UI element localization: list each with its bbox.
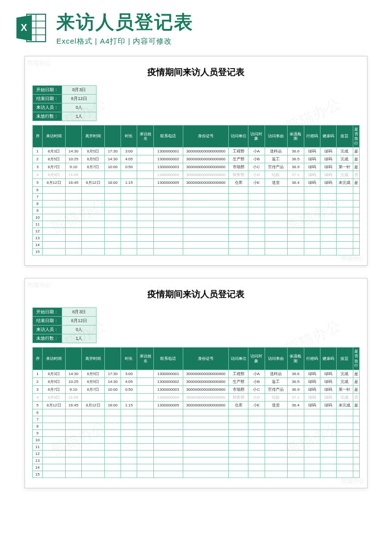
cell-leave-time <box>104 393 121 401</box>
column-header: 健康码 <box>320 126 336 148</box>
template-header: X 来访人员登记表 Excel格式 | A4打印 | 内容可修改 <box>0 0 392 51</box>
cell-empty <box>265 201 288 207</box>
cell-empty <box>229 416 248 423</box>
cell-visit-date: 8月3日 <box>43 148 66 155</box>
cell-empty <box>229 423 248 429</box>
cell-empty <box>288 187 304 194</box>
cell-temp: 36.9 <box>288 163 304 171</box>
cell-temp: 36.6 <box>288 370 304 378</box>
cell-leave-time: 18:00 <box>104 179 121 187</box>
cell-empty <box>104 464 121 471</box>
cell-phone: 1300000003 <box>153 163 183 171</box>
cell-empty <box>337 429 353 436</box>
cell-empty <box>353 194 359 201</box>
cell-seq: 8 <box>33 201 43 207</box>
cell-empty <box>304 464 320 471</box>
cell-empty <box>65 450 81 457</box>
cell-visit-date: 8月12日 <box>43 179 66 187</box>
cell-empty <box>104 187 121 194</box>
cell-empty <box>320 242 336 249</box>
cell-reason: 返工 <box>265 155 288 163</box>
cell-empty <box>137 214 153 221</box>
cell-name <box>137 393 153 401</box>
page-container: 熊猫办公熊猫办公熊猫办公熊猫办公熊猫办公熊猫办公疫情期间来访人员登记表开始日期：… <box>0 51 392 515</box>
cell-empty <box>337 450 353 457</box>
cell-empty <box>337 214 353 221</box>
cell-dept: 仓库 <box>229 401 248 409</box>
cell-empty <box>153 228 183 235</box>
cell-empty <box>82 464 105 471</box>
cell-reason: 送货 <box>265 401 288 409</box>
cell-empty <box>82 429 105 436</box>
cell-empty <box>337 235 353 242</box>
cell-empty <box>229 436 248 443</box>
cell-health: 绿码 <box>320 155 336 163</box>
table-row: 14 <box>33 242 360 249</box>
cell-id: 300000000000000000 <box>183 401 228 409</box>
cell-empty <box>104 423 121 429</box>
cell-seq: 11 <box>33 443 43 450</box>
cell-empty <box>229 187 248 194</box>
cell-empty <box>229 235 248 242</box>
cell-health: 绿码 <box>320 148 336 155</box>
cell-empty <box>288 221 304 228</box>
cell-empty <box>153 201 183 207</box>
cell-empty <box>304 471 320 478</box>
cell-empty <box>304 194 320 201</box>
cell-empty <box>82 450 105 457</box>
cell-empty <box>137 429 153 436</box>
cell-empty <box>121 207 137 214</box>
cell-empty <box>304 416 320 423</box>
cell-empty <box>265 409 288 416</box>
cell-vaccine: 完成 <box>337 155 353 163</box>
meta-row: 未放行数：1人 <box>33 334 97 343</box>
cell-empty <box>43 187 66 194</box>
cell-empty <box>288 194 304 201</box>
cell-empty <box>43 443 66 450</box>
cell-empty <box>265 436 288 443</box>
cell-leave-date: 8月5日 <box>82 155 105 163</box>
cell-empty <box>104 450 121 457</box>
cell-empty <box>121 235 137 242</box>
cell-temp: 37.1 <box>288 393 304 401</box>
cell-health: 绿码 <box>320 370 336 378</box>
cell-duration: 1:15 <box>121 179 137 187</box>
cell-empty <box>337 221 353 228</box>
cell-id: 300000000000000000 <box>183 370 228 378</box>
cell-seq: 11 <box>33 221 43 228</box>
cell-empty <box>121 221 137 228</box>
cell-empty <box>183 207 228 214</box>
meta-label: 结束日期： <box>33 317 62 326</box>
cell-empty <box>137 450 153 457</box>
cell-empty <box>121 409 137 416</box>
cell-empty <box>229 207 248 214</box>
column-header: 离开时间 <box>82 348 105 370</box>
cell-vaccine: 第一针 <box>337 163 353 171</box>
table-row: 9 <box>33 207 360 214</box>
cell-seq: 7 <box>33 194 43 201</box>
cell-seq: 1 <box>33 370 43 378</box>
cell-empty <box>121 187 137 194</box>
cell-empty <box>248 436 265 443</box>
meta-label: 结束日期： <box>33 95 62 103</box>
table-row: 15 <box>33 249 360 255</box>
column-header: 来访时间 <box>43 348 66 370</box>
cell-empty <box>121 242 137 249</box>
cell-health: 绿码 <box>320 179 336 187</box>
cell-seq: 9 <box>33 207 43 214</box>
cell-empty <box>229 214 248 221</box>
cell-empty <box>353 221 359 228</box>
cell-empty <box>229 471 248 478</box>
meta-row: 开始日期：8月3日 <box>33 308 97 317</box>
cell-empty <box>65 429 81 436</box>
cell-empty <box>43 235 66 242</box>
cell-empty <box>65 228 81 235</box>
column-header: 访问单位 <box>229 348 248 370</box>
cell-empty <box>288 443 304 450</box>
sheet-preview-2: 熊猫办公熊猫办公熊猫办公熊猫办公熊猫办公熊猫办公疫情期间来访人员登记表开始日期：… <box>24 278 368 488</box>
cell-empty <box>121 464 137 471</box>
cell-empty <box>82 214 105 221</box>
cell-empty <box>353 450 359 457</box>
meta-row: 结束日期：8月12日 <box>33 95 97 103</box>
cell-id: 300000000000000000 <box>183 393 228 401</box>
